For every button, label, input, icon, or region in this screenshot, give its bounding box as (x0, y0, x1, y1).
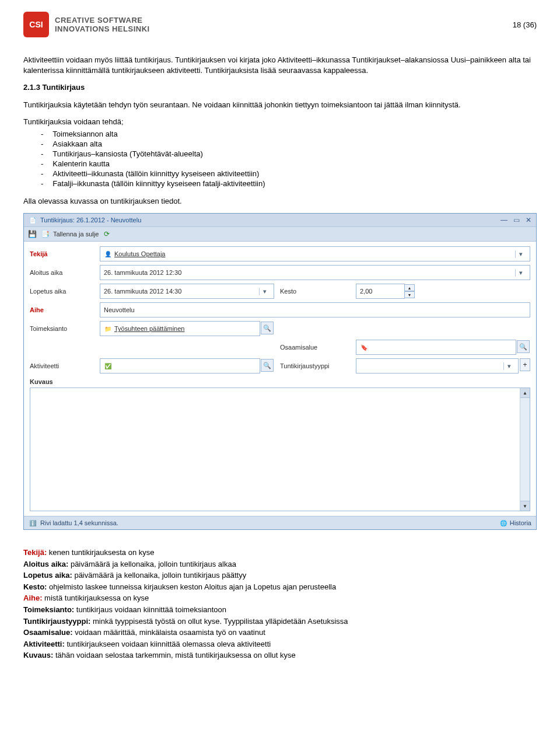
value-lopetus: 26. tammikuuta 2012 14:30 (104, 288, 181, 295)
save-close-button[interactable]: Tallenna ja sulje (53, 231, 99, 238)
field-toimeksianto[interactable]: 📁 Työsuhteen päättäminen 🔍 (100, 321, 260, 336)
check-icon: ✅ (104, 362, 112, 370)
tuntikirjaus-window: 📄 Tuntikirjaus: 26.1.2012 - Neuvottelu —… (23, 213, 537, 530)
refresh-icon[interactable]: ⟳ (102, 229, 111, 239)
chevron-down-icon[interactable]: ▾ (515, 269, 526, 277)
folder-icon: 📁 (104, 324, 112, 333)
def-text: kenen tuntikirjauksesta on kyse (47, 548, 154, 557)
list-item: Fatalji–ikkunasta (tällöin kiinnittyy ky… (41, 179, 537, 188)
search-icon: 🔍 (263, 362, 271, 369)
chevron-down-icon[interactable]: ▾ (515, 250, 526, 258)
label-lopetus: Lopetus aika (30, 288, 94, 295)
field-aloitus[interactable]: 26. tammikuuta 2012 12:30 ▾ (100, 265, 530, 280)
logo-text-2: INNOVATIONS HELSINKI (55, 25, 150, 33)
def-label: Tekijä: (23, 548, 47, 557)
label-aloitus: Aloitus aika (30, 269, 94, 276)
save-new-icon[interactable]: 📑 (40, 229, 50, 239)
logo-block: CSI CREATIVE SOFTWARE INNOVATIONS HELSIN… (23, 12, 150, 37)
list-item: Tuntikirjaus–kansiosta (Työtehtävät-alue… (41, 149, 537, 158)
field-kuvaus[interactable]: ▲ ▼ (30, 388, 530, 511)
logo-text-1: CREATIVE SOFTWARE (55, 16, 150, 25)
def-text: ohjelmisto laskee tunneissa kirjauksen k… (47, 582, 336, 591)
scroll-up-icon[interactable]: ▲ (520, 388, 530, 398)
window-toolbar: 💾 📑 Tallenna ja sulje ⟳ (24, 226, 536, 242)
label-toimeksianto: Toimeksianto (30, 325, 94, 332)
window-titlebar: 📄 Tuntikirjaus: 26.1.2012 - Neuvottelu —… (24, 214, 536, 226)
history-icon: 🌐 (499, 519, 508, 527)
scroll-down-icon[interactable]: ▼ (520, 501, 530, 511)
figure-caption: Alla olevassa kuvassa on tuntikirjauksen… (23, 196, 537, 207)
def-label: Kuvaus: (23, 651, 53, 659)
list-intro: Tuntikirjauksia voidaan tehdä; (23, 117, 537, 127)
section-p1: Tuntikirjauksia käytetään tehdyn työn se… (23, 100, 537, 110)
def-text: minkä tyyppisestä työstä on ollut kyse. … (90, 617, 348, 626)
tag-icon: 🔖 (360, 343, 368, 351)
field-aihe[interactable]: Neuvottelu (100, 302, 530, 317)
label-aihe: Aihe (30, 306, 94, 313)
window-title: Tuntikirjaus: 26.1.2012 - Neuvottelu (40, 217, 141, 224)
info-icon: ℹ️ (29, 519, 37, 527)
scrollbar[interactable]: ▲ ▼ (520, 388, 530, 511)
field-kesto[interactable]: 2,00 ▲▼ (356, 284, 530, 299)
def-text: päivämäärä ja kellonaika, jolloin tuntik… (68, 560, 236, 568)
page-header: CSI CREATIVE SOFTWARE INNOVATIONS HELSIN… (23, 12, 537, 37)
label-osaamisalue: Osaamisalue (280, 344, 350, 351)
field-tekija[interactable]: 👤 Koulutus Opettaja ▾ (100, 246, 530, 261)
search-icon: 🔍 (519, 343, 527, 351)
add-button[interactable]: + (520, 358, 530, 371)
field-tuntityyyppi[interactable]: ▾ (356, 358, 519, 374)
close-icon[interactable]: ✕ (526, 216, 531, 224)
page-number: 18 (36) (513, 20, 537, 29)
intro-paragraph: Aktiviteettiin voidaan myös liittää tunt… (23, 55, 537, 75)
def-text: tuntikirjaukseen voidaan kiinnittää olem… (65, 640, 271, 648)
save-icon[interactable]: 💾 (27, 229, 37, 239)
field-lopetus[interactable]: 26. tammikuuta 2012 14:30 ▾ (100, 284, 274, 299)
maximize-icon[interactable]: ▭ (513, 216, 520, 224)
historia-label: Historia (510, 519, 531, 526)
def-label: Tuntikirjaustyyppi: (23, 617, 90, 626)
lookup-button[interactable]: 🔍 (517, 340, 530, 353)
label-kesto: Kesto (280, 288, 350, 295)
section-heading: 2.1.3 Tuntikirjaus (23, 82, 537, 93)
chevron-down-icon[interactable]: ▾ (259, 288, 270, 295)
logo-icon: CSI (23, 12, 49, 37)
field-osaamisalue[interactable]: 🔖 🔍 (356, 340, 516, 355)
status-text: Rivi ladattu 1,4 sekunnissa. (40, 519, 118, 526)
historia-button[interactable]: 🌐 Historia (499, 519, 531, 527)
label-aktiviteetti: Aktiviteetti (30, 362, 94, 369)
def-label: Osaamisalue: (23, 628, 73, 637)
value-tekija: Koulutus Opettaja (114, 250, 165, 257)
plus-icon: + (523, 361, 527, 369)
def-label: Toimeksianto: (23, 605, 74, 614)
def-label: Kesto: (23, 582, 47, 591)
value-aihe: Neuvottelu (104, 306, 135, 313)
definitions-block: Tekijä: kenen tuntikirjauksesta on kyse … (23, 547, 537, 660)
list-item: Asiakkaan alta (41, 139, 537, 148)
label-tekija: Tekijä (30, 250, 94, 257)
def-text: tuntikirjaus voidaan kiinnittää toimeksi… (74, 605, 226, 614)
def-text: voidaan määrittää, minkälaista osaamista… (73, 628, 265, 637)
list-item: Aktiviteetti–ikkunasta (tällöin kiinnitt… (41, 169, 537, 178)
bullet-list: Toimeksiannon alta Asiakkaan alta Tuntik… (41, 130, 537, 188)
def-label: Aloitus aika: (23, 560, 68, 568)
def-text: tähän voidaan selostaa tarkemmin, mistä … (53, 651, 295, 659)
window-statusbar: ℹ️ Rivi ladattu 1,4 sekunnissa. 🌐 Histor… (24, 516, 536, 529)
list-item: Kalenterin kautta (41, 159, 537, 168)
label-kuvaus: Kuvaus (30, 378, 530, 385)
lookup-button[interactable]: 🔍 (261, 322, 274, 334)
spin-up-icon[interactable]: ▲ (404, 284, 415, 291)
minimize-icon[interactable]: — (501, 216, 508, 224)
def-text: päivämäärä ja kellonaika, jolloin tuntik… (72, 571, 246, 580)
def-label: Lopetus aika: (23, 571, 72, 580)
value-toimeksianto: Työsuhteen päättäminen (114, 325, 184, 332)
field-aktiviteetti[interactable]: ✅ 🔍 (100, 358, 260, 374)
search-icon: 🔍 (263, 324, 271, 332)
value-kesto: 2,00 (360, 288, 372, 295)
def-text: mistä tuntikirjauksessa on kyse (43, 594, 149, 602)
spin-down-icon[interactable]: ▼ (404, 291, 415, 298)
def-label: Aihe: (23, 594, 43, 602)
lookup-button[interactable]: 🔍 (261, 359, 274, 372)
value-aloitus: 26. tammikuuta 2012 12:30 (104, 269, 181, 276)
def-label: Aktiviteetti: (23, 640, 65, 648)
chevron-down-icon[interactable]: ▾ (503, 362, 514, 370)
